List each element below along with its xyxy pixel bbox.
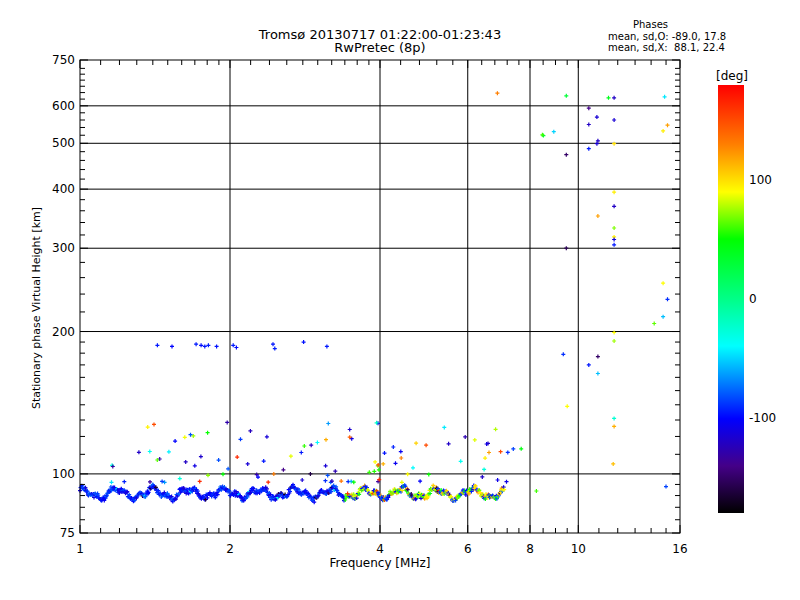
scatter-point [170, 344, 174, 348]
x-tick-label: 1 [76, 542, 84, 556]
colorbar-layer: 1000-100 [718, 85, 776, 513]
scatter-point [148, 450, 152, 454]
scatter-point [596, 214, 600, 218]
y-tick-label: 300 [52, 241, 75, 255]
scatter-point [564, 246, 568, 250]
scatter-point [391, 445, 395, 449]
stats-header: Phases [633, 19, 668, 30]
y-tick-label: 600 [52, 99, 75, 113]
scatter-point [272, 472, 276, 476]
scatter-point [348, 428, 352, 432]
scatter-point [482, 467, 486, 471]
ionogram-plot-canvas: 12468101675100200300400500600750 1000-10… [0, 0, 800, 600]
x-tick-label: 16 [672, 542, 687, 556]
y-tick-label: 75 [60, 526, 75, 540]
scatter-point [323, 479, 327, 483]
scatter-layer [78, 91, 670, 504]
scatter-point [612, 339, 616, 343]
scatter-point [289, 454, 293, 458]
x-tick-label: 6 [464, 542, 472, 556]
scatter-point [587, 363, 591, 367]
x-tick-label: 8 [526, 542, 534, 556]
scatter-point [447, 442, 451, 446]
scatter-point [587, 123, 591, 127]
scatter-point [459, 459, 463, 463]
plot-subtitle: RwPretec (8p) [334, 40, 425, 55]
scatter-point [499, 450, 503, 454]
scatter-point [339, 479, 343, 483]
y-axis-label: Stationary phase Virtual Height [km] [30, 207, 43, 409]
scatter-point [394, 461, 398, 465]
scatter-point [612, 424, 616, 428]
colorbar-label: [deg] [716, 69, 748, 83]
scatter-point [302, 444, 306, 448]
scatter-point [235, 455, 239, 459]
scatter-point [664, 485, 668, 489]
scatter-point [206, 431, 210, 435]
scatter-point [203, 344, 207, 348]
scatter-point [198, 479, 202, 483]
scatter-point [495, 91, 499, 95]
scatter-point [400, 480, 404, 484]
scatter-point [194, 342, 198, 346]
scatter-point [184, 460, 188, 464]
scatter-point [302, 340, 306, 344]
scatter-point [442, 425, 446, 429]
scatter-point [266, 480, 270, 484]
scatter-point [612, 190, 616, 194]
scatter-point [217, 458, 221, 462]
scatter-point [333, 469, 337, 473]
scatter-point [399, 456, 403, 460]
scatter-point [418, 479, 422, 483]
scatter-point [265, 435, 269, 439]
y-tick-label: 100 [52, 467, 75, 481]
scatter-point [308, 472, 312, 476]
scatter-point [519, 447, 523, 451]
scatter-point [661, 129, 665, 133]
colorbar-tick-label: 100 [749, 173, 772, 187]
scatter-point [324, 438, 328, 442]
scatter-point [239, 437, 243, 441]
axes-frame-layer: 12468101675100200300400500600750 [52, 53, 688, 556]
scatter-point [148, 480, 152, 484]
scatter-point [273, 347, 277, 351]
y-tick-label: 750 [52, 53, 75, 67]
scatter-point [483, 456, 487, 460]
scatter-point [587, 147, 591, 151]
scatter-point [411, 466, 415, 470]
scatter-point [406, 472, 410, 476]
scatter-point [122, 480, 126, 484]
x-tick-label: 2 [226, 542, 234, 556]
grid-layer [80, 60, 680, 533]
scatter-point [564, 153, 568, 157]
scatter-point [463, 435, 467, 439]
scatter-point [612, 226, 616, 230]
scatter-point [611, 462, 615, 466]
scatter-point [666, 297, 670, 301]
y-tick-label: 400 [52, 182, 75, 196]
scatter-point [325, 344, 329, 348]
x-tick-label: 4 [376, 542, 384, 556]
scatter-point [661, 281, 665, 285]
scatter-point [193, 464, 197, 468]
scatter-point [199, 343, 203, 347]
scatter-point [152, 422, 156, 426]
scatter-point [494, 427, 498, 431]
scatter-point [383, 451, 387, 455]
stats-line-x: mean, sd,X: 88.1, 22.4 [608, 42, 725, 53]
x-axis-label: Frequency [MHz] [330, 556, 431, 570]
scatter-point [173, 439, 177, 443]
scatter-point [414, 441, 418, 445]
scatter-point [110, 480, 114, 484]
scatter-point [372, 469, 376, 473]
scatter-point [281, 468, 285, 472]
scatter-point [427, 472, 431, 476]
scatter-point [246, 462, 250, 466]
scatter-point [215, 344, 219, 348]
scatter-point [167, 450, 171, 454]
scatter-point [206, 343, 210, 347]
scatter-point [300, 478, 304, 482]
scatter-point [534, 489, 538, 493]
scatter-point [612, 416, 616, 420]
scatter-point [178, 477, 182, 481]
